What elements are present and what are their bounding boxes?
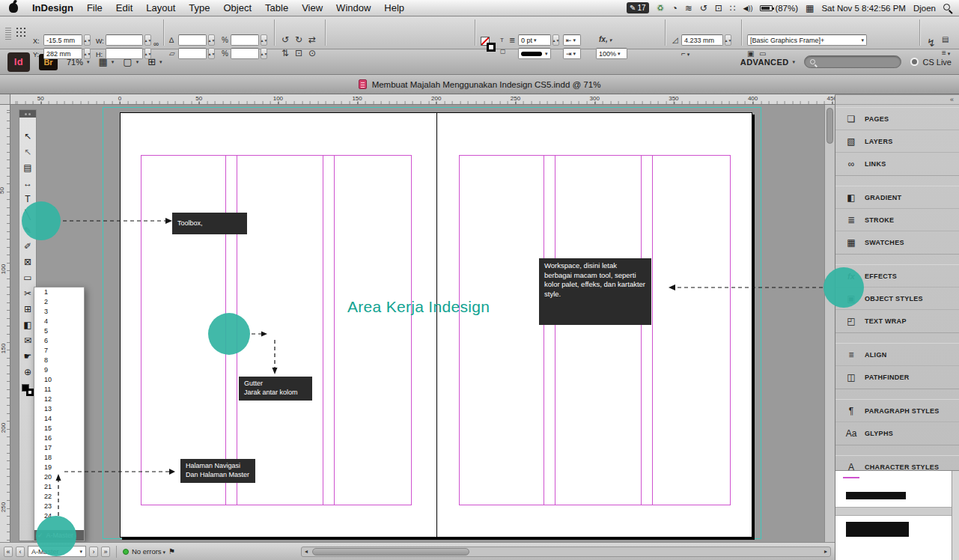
fill-stroke-swatches[interactable] (22, 384, 34, 396)
shear-stepper[interactable]: ▲▼ (208, 48, 215, 59)
w-stepper[interactable]: ▲▼ (144, 34, 151, 46)
stroke-style-dropdown[interactable] (518, 48, 551, 59)
page-menu-item[interactable]: 12 (34, 395, 84, 404)
opacity-field[interactable]: 100% (596, 48, 627, 59)
horizontal-scrollbar[interactable]: ◂ ▸ (301, 547, 831, 557)
page-menu-item[interactable]: 19 (34, 463, 84, 472)
page-menu-item[interactable]: 14 (34, 414, 84, 424)
panel-swatches[interactable]: ▦SWATCHES (835, 231, 959, 254)
recycle-menu-icon[interactable]: ♽ (657, 3, 665, 13)
page-menu-item[interactable]: 5 (34, 326, 84, 336)
quick-apply-icon[interactable]: ↯ (927, 39, 936, 46)
panel-pathfinder[interactable]: ◫PATHFINDER (835, 366, 959, 389)
accessibility-icon[interactable]: ◔ (672, 3, 677, 13)
search-input[interactable] (804, 55, 901, 68)
flip-vertical-icon[interactable]: ⇅ (281, 49, 289, 57)
rectangle-tool[interactable]: ▭ (19, 270, 36, 285)
menu-edit[interactable]: Edit (109, 2, 139, 13)
page-menu-item[interactable]: 10 (34, 375, 84, 385)
x-field[interactable]: -15.5 mm (43, 34, 82, 46)
workspace-switcher[interactable]: ADVANCED (740, 58, 796, 67)
page-menu-item[interactable]: 16 (34, 433, 84, 443)
gap-tool[interactable]: ↔ (19, 175, 36, 191)
direct-selection-tool[interactable]: ↖ (19, 144, 36, 159)
w-field[interactable] (106, 34, 143, 46)
corner-radius-stepper[interactable]: ▲▼ (725, 34, 731, 46)
panel-links[interactable]: ∞LINKS (835, 153, 959, 175)
spotlight-icon[interactable] (943, 4, 950, 10)
page-menu-item[interactable]: 9 (34, 365, 84, 375)
time-machine-icon[interactable]: ↺ (700, 3, 707, 13)
menu-window[interactable]: Window (329, 2, 377, 13)
arrowhead-start-dropdown[interactable]: ⇤ (563, 34, 581, 46)
page-tool[interactable]: ▤ (19, 159, 36, 175)
select-container-icon[interactable]: ⊡ (295, 49, 302, 57)
page-menu-item[interactable]: 18 (34, 453, 84, 463)
menubar-user[interactable]: Djoen (913, 4, 936, 13)
h-stepper[interactable]: ▲▼ (144, 48, 151, 59)
rotation-angle-field[interactable] (178, 34, 207, 46)
wifi-icon[interactable]: ≋ (685, 3, 692, 13)
preview-scrollbar[interactable] (952, 471, 959, 560)
clear-overrides-icon[interactable]: ▣ (747, 50, 754, 58)
grid-menu-icon[interactable]: ▦ (806, 3, 814, 13)
next-page-button[interactable]: › (89, 547, 98, 557)
page-menu-item[interactable]: 8 (34, 356, 84, 365)
tools-panel-header[interactable] (19, 110, 36, 118)
page-menu-item[interactable]: 23 (34, 502, 84, 511)
dock-header[interactable]: « (835, 95, 959, 105)
control-panel-menu-icon[interactable]: ≡ (942, 49, 950, 58)
scale-x-field[interactable] (231, 34, 259, 46)
y-field[interactable]: 282 mm (43, 48, 82, 59)
menu-layout[interactable]: Layout (139, 2, 182, 13)
page-menu-item[interactable]: 4 (34, 317, 84, 326)
x-stepper[interactable]: ▲▼ (84, 34, 91, 46)
corner-radius-field[interactable]: 4.233 mm (681, 34, 723, 46)
spaces-icon[interactable]: ∷ (730, 3, 736, 13)
rotate-90-cw-icon[interactable]: ↻ (295, 36, 302, 43)
first-page-button[interactable]: « (4, 547, 13, 557)
page-menu-item[interactable]: 1 (34, 287, 84, 297)
effects-menu-icon[interactable]: fx, (599, 36, 612, 44)
page-menu-item[interactable]: 3 (34, 307, 84, 317)
panel-layers[interactable]: ▧LAYERS (835, 130, 959, 153)
formatting-affects-text-icon[interactable]: T (500, 37, 504, 44)
stroke-weight-field[interactable]: 0 pt (518, 34, 551, 46)
flip-horizontal-icon[interactable]: ⇄ (308, 36, 316, 43)
shear-angle-field[interactable] (178, 48, 207, 59)
volume-icon[interactable]: ◀)) (743, 4, 752, 12)
document-tab-title[interactable]: Membuat Majalah Menggunakan Indesign CS5… (372, 80, 601, 89)
menu-indesign[interactable]: InDesign (25, 2, 80, 13)
page-menu-item[interactable]: 17 (34, 443, 84, 453)
selection-tool[interactable]: ↖ (19, 128, 36, 144)
page-menu-item[interactable]: 15 (34, 424, 84, 433)
menu-object[interactable]: Object (217, 2, 259, 13)
object-style-dropdown[interactable]: [Basic Graphics Frame]+ (747, 34, 867, 46)
scale-x-stepper[interactable]: ▲▼ (261, 34, 267, 46)
menu-view[interactable]: View (295, 2, 329, 13)
apple-icon[interactable] (9, 3, 18, 13)
input-source-icon[interactable]: ✎17 (627, 2, 649, 13)
panel-text-wrap[interactable]: ◰TEXT WRAP (835, 310, 959, 332)
page-menu-item[interactable]: 11 (34, 385, 84, 395)
pencil-tool[interactable]: ✐ (19, 238, 36, 254)
preflight-status[interactable]: No errors (132, 547, 165, 556)
break-link-style-icon[interactable]: ▭ (759, 50, 766, 58)
last-page-button[interactable]: » (101, 547, 110, 557)
scale-y-stepper[interactable]: ▲▼ (261, 48, 267, 59)
arrowhead-end-dropdown[interactable]: ⇥ (563, 48, 581, 59)
menu-table[interactable]: Table (258, 2, 295, 13)
panel-pages[interactable]: ❏PAGES (835, 108, 959, 130)
page-menu-item[interactable]: 22 (34, 492, 84, 502)
constrain-proportions-icon[interactable]: ∞ (153, 40, 159, 48)
rotate-90-ccw-icon[interactable]: ↺ (281, 36, 289, 43)
horizontal-scrollbar-thumb[interactable] (312, 548, 469, 556)
formatting-affects-container-icon[interactable]: ▢ (500, 48, 506, 55)
preflight-menu-icon[interactable]: ⚑ (168, 547, 175, 556)
page-menu-item[interactable]: 13 (34, 404, 84, 414)
battery-indicator[interactable]: (87%) (760, 4, 798, 13)
reference-point-grid[interactable] (16, 28, 26, 37)
page-menu-item[interactable]: 21 (34, 482, 84, 492)
panel-stroke[interactable]: ≣STROKE (835, 209, 959, 231)
page-menu-item[interactable]: 6 (34, 336, 84, 346)
